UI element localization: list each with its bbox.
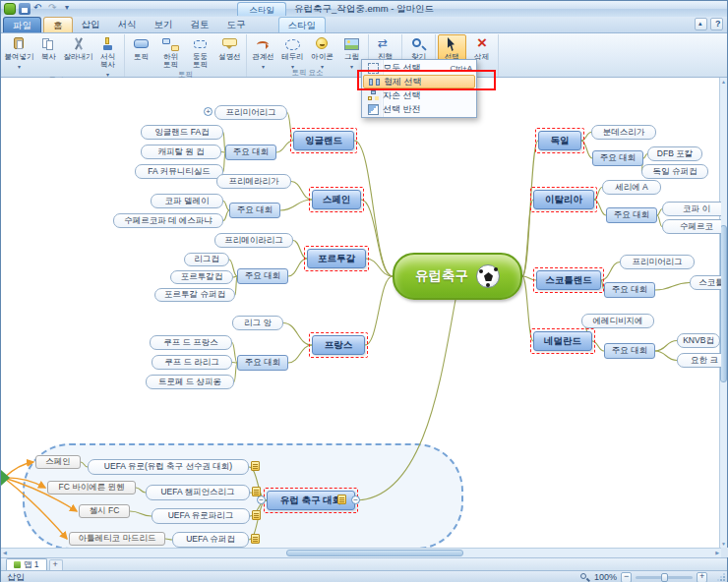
topic-fra[interactable]: 프랑스: [312, 335, 365, 355]
tab-홈[interactable]: 홈: [43, 17, 73, 32]
topic-engC2[interactable]: 캐피탈 원 컵: [141, 145, 221, 159]
topic-fraM[interactable]: 주요 대회: [237, 355, 288, 371]
paste-button[interactable]: 붙여넣기: [5, 34, 33, 68]
topic-espL1[interactable]: 프리메라리가: [216, 174, 291, 189]
topic-ueCL[interactable]: UEFA 챔피언스리그: [146, 485, 250, 500]
zoom-out-button[interactable]: [621, 572, 632, 582]
topic-scoL1[interactable]: 프리미어리그: [620, 255, 695, 269]
topic-gerL1[interactable]: 분데스리가: [591, 125, 656, 140]
tab-파일[interactable]: 파일: [3, 17, 41, 32]
topic-engM[interactable]: 주요 대회: [225, 145, 276, 160]
topic-button[interactable]: 토픽: [127, 34, 155, 62]
sheet-tab[interactable]: 맵 1: [6, 558, 47, 570]
topic-gerC2[interactable]: 독일 슈퍼컵: [641, 164, 708, 179]
topic-calChe[interactable]: 첼시 FC: [79, 504, 130, 518]
topic-itaC1[interactable]: 코파 이: [662, 202, 721, 216]
topic-gerM[interactable]: 주요 대회: [592, 150, 643, 166]
topic-ned[interactable]: 네덜란드: [533, 331, 592, 351]
tab-검토[interactable]: 검토: [182, 17, 218, 32]
horizontal-scrollbar[interactable]: ◀ ▶: [1, 548, 721, 557]
resize-grip[interactable]: [716, 572, 726, 582]
topic-engC3[interactable]: FA 커뮤니티실드: [135, 164, 223, 179]
cut-button[interactable]: 잘라내기: [64, 34, 92, 62]
topic-ueEL[interactable]: UEFA 유로파리그: [152, 508, 250, 524]
topic-nedC2[interactable]: 요한 크: [677, 353, 721, 368]
topic-espC1[interactable]: 코파 델레이: [151, 194, 223, 208]
topic-espC2[interactable]: 수페르코파 데 에스파냐: [113, 213, 223, 228]
topic-nedC1[interactable]: KNVB컵: [677, 333, 720, 348]
scroll-right-icon[interactable]: ▶: [715, 549, 719, 557]
topic-calBay[interactable]: FC 바이에른 뮌헨: [47, 481, 136, 495]
collapse-icon[interactable]: −: [351, 495, 360, 504]
topic-fraC2[interactable]: 쿠프 드 라리그: [152, 355, 232, 370]
boundary-button[interactable]: 테두리: [278, 34, 307, 68]
format-painter-button[interactable]: 서식 복사: [93, 34, 122, 76]
tab-삽입[interactable]: 삽입: [73, 17, 109, 32]
scroll-left-icon[interactable]: ◀: [3, 549, 7, 557]
topic-espM[interactable]: 주요 대회: [229, 203, 280, 218]
add-sheet-button[interactable]: [49, 559, 63, 570]
expand-icon[interactable]: +: [204, 107, 212, 116]
tab-서식[interactable]: 서식: [109, 17, 146, 32]
topic-scoC1[interactable]: 스코틀: [690, 275, 721, 290]
topic-engC1[interactable]: 잉글랜드 FA컵: [141, 125, 223, 140]
topic-calEsp[interactable]: 스페인: [35, 455, 81, 469]
note-icon[interactable]: [252, 487, 261, 496]
note-icon[interactable]: [337, 495, 346, 504]
zoom-in-button[interactable]: [697, 572, 707, 582]
relationship-button[interactable]: 관계선: [249, 34, 277, 68]
copy-button[interactable]: 복사: [34, 34, 63, 62]
topic-porC2[interactable]: 포르투갈컵: [170, 270, 233, 284]
topic-esp[interactable]: 스페인: [312, 190, 361, 209]
topic-fraC3[interactable]: 트로페 드 샹피옹: [146, 375, 234, 389]
map-canvas[interactable]: 유럽축구잉글랜드스페인포르투갈프랑스독일이탈리아스코틀랜드네덜란드유럽 축구 대…: [1, 78, 721, 548]
topic-sco[interactable]: 스코틀랜드: [536, 270, 601, 290]
topic-nedM[interactable]: 주요 대회: [604, 343, 655, 359]
topic-por[interactable]: 포르투갈: [307, 249, 366, 268]
topic-ger[interactable]: 독일: [538, 131, 581, 150]
subtopic-button[interactable]: 하위 토픽: [156, 34, 185, 70]
topic-itaC2[interactable]: 수페르코: [662, 219, 721, 234]
menu-item-선택 반전[interactable]: 선택 반전: [363, 102, 475, 116]
horizontal-scrollbar-thumb[interactable]: [286, 550, 463, 556]
topic-calAtm[interactable]: 아틀레티코 마드리드: [69, 532, 165, 546]
topic-nedL1[interactable]: 에레디비지에: [581, 314, 654, 328]
topic-ueSC[interactable]: UEFA 슈퍼컵: [172, 532, 249, 548]
undo-icon[interactable]: [33, 3, 45, 15]
vertical-scrollbar-thumb[interactable]: [720, 225, 727, 382]
note-icon[interactable]: [251, 534, 260, 544]
minimize-ribbon-icon[interactable]: [695, 18, 707, 30]
note-icon[interactable]: [252, 510, 261, 520]
scroll-up-icon[interactable]: ▲: [720, 78, 727, 86]
topic-porC3[interactable]: 포르투갈 슈퍼컵: [154, 288, 235, 302]
save-icon[interactable]: [19, 3, 30, 15]
topic-itaL1[interactable]: 세리에 A: [602, 180, 661, 195]
icon-marker-button[interactable]: 아이콘: [308, 34, 336, 68]
topic-porM[interactable]: 주요 대회: [237, 268, 288, 284]
topic-eng[interactable]: 잉글랜드: [293, 131, 354, 150]
topic-center[interactable]: 유럽축구: [393, 253, 522, 300]
topic-porC1[interactable]: 리그컵: [184, 253, 229, 266]
note-icon[interactable]: [251, 461, 260, 471]
collapse-icon[interactable]: −: [257, 495, 266, 504]
topic-fraL1[interactable]: 리그 앙: [232, 316, 283, 330]
topic-fraC1[interactable]: 쿠프 드 프랑스: [150, 335, 232, 350]
topic-itaM[interactable]: 주요 대회: [606, 207, 657, 223]
delete-button[interactable]: 삭제: [467, 34, 496, 62]
scroll-down-icon[interactable]: ▼: [720, 540, 727, 548]
topic-porL1[interactable]: 프리메이라리그: [214, 233, 293, 248]
tab-보기[interactable]: 보기: [146, 17, 182, 32]
find-button[interactable]: 찾기: [404, 34, 433, 62]
topic-gerC1[interactable]: DFB 포칼: [647, 146, 702, 161]
redo-icon[interactable]: [48, 3, 60, 15]
tab-스타일[interactable]: 스타일: [278, 17, 327, 32]
floating-topic-button[interactable]: 둥둥 토픽: [186, 34, 214, 70]
help-icon[interactable]: [710, 18, 723, 30]
menu-item-자손 선택[interactable]: 자손 선택: [363, 88, 475, 102]
qat-dropdown-icon[interactable]: [63, 3, 75, 15]
callout-button[interactable]: 설명선: [215, 34, 244, 62]
topic-engL1[interactable]: 프리미어리그: [214, 105, 287, 120]
zoom-slider[interactable]: [636, 576, 693, 579]
topic-scoM[interactable]: 주요 대회: [604, 282, 655, 298]
tab-도구[interactable]: 도구: [218, 17, 255, 32]
